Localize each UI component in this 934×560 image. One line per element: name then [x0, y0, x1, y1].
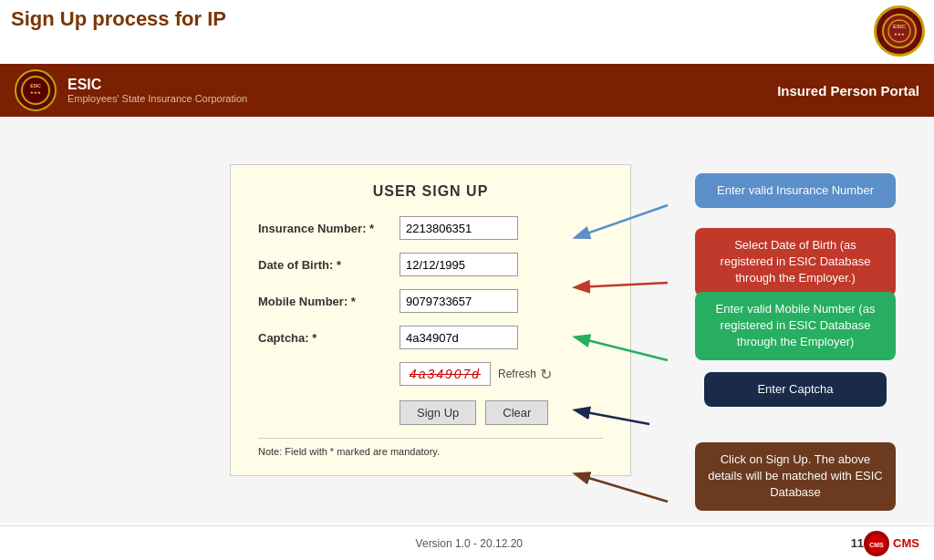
esic-header-logo: ESIC ★★★	[15, 69, 57, 111]
portal-title: Insured Person Portal	[777, 83, 919, 99]
org-name: ESIC	[67, 77, 247, 93]
dob-label: Date of Birth: *	[258, 258, 400, 272]
form-wrapper: USER SIGN UP Insurance Number: * Date of…	[266, 164, 668, 476]
svg-text:ESIC: ESIC	[30, 83, 41, 88]
top-logo: ESIC ★★★	[874, 5, 925, 57]
refresh-icon: ↻	[540, 366, 552, 383]
form-container: USER SIGN UP Insurance Number: * Date of…	[230, 164, 631, 476]
captcha-display-row: 4a34907d Refresh ↻	[258, 362, 603, 386]
refresh-label: Refresh	[498, 368, 536, 380]
button-row: Sign Up Clear	[400, 400, 603, 425]
refresh-button[interactable]: Refresh ↻	[498, 366, 552, 383]
mobile-number-input[interactable]	[400, 289, 518, 313]
org-subtitle: Employees' State Insurance Corporation	[67, 93, 247, 104]
esic-header: ESIC ★★★ ESIC Employees' State Insurance…	[0, 64, 934, 117]
callout-insurance: Enter valid Insurance Number	[695, 173, 896, 208]
footer: Version 1.0 - 20.12.20 11 CMS CMS	[0, 525, 934, 560]
captcha-label: Captcha: *	[258, 331, 400, 345]
cms-icon: CMS	[864, 531, 889, 556]
dob-input[interactable]	[400, 253, 518, 276]
svg-text:ESIC: ESIC	[893, 24, 907, 29]
cms-label: CMS	[893, 536, 919, 550]
svg-text:★★★: ★★★	[894, 32, 905, 36]
callout-signup: Click on Sign Up. The above details will…	[695, 442, 896, 511]
footer-page-number: 11	[851, 536, 864, 550]
dob-row: Date of Birth: *	[258, 253, 603, 276]
insurance-number-input[interactable]	[400, 216, 518, 240]
clear-button[interactable]: Clear	[485, 400, 548, 425]
captcha-input[interactable]	[400, 326, 518, 349]
cms-logo: CMS CMS	[864, 531, 919, 556]
esic-header-text: ESIC Employees' State Insurance Corporat…	[67, 77, 247, 104]
footer-version: Version 1.0 - 20.12.20	[416, 537, 523, 550]
signup-button[interactable]: Sign Up	[400, 400, 476, 425]
captcha-input-row: Captcha: *	[258, 326, 603, 349]
callout-mobile: Enter valid Mobile Number (as registered…	[695, 292, 896, 360]
insurance-number-row: Insurance Number: *	[258, 216, 603, 240]
svg-point-4	[22, 77, 49, 104]
main-area: USER SIGN UP Insurance Number: * Date of…	[0, 117, 934, 524]
svg-text:CMS: CMS	[869, 542, 884, 548]
mobile-number-label: Mobile Number: *	[258, 295, 400, 308]
mobile-number-row: Mobile Number: *	[258, 289, 603, 313]
form-title: USER SIGN UP	[258, 183, 603, 200]
callout-dob: Select Date of Birth (as registered in E…	[695, 228, 896, 296]
captcha-image: 4a34907d	[400, 362, 491, 386]
insurance-number-label: Insurance Number: *	[258, 222, 400, 235]
note-text: Note: Field with * marked are mandatory.	[258, 438, 603, 457]
svg-text:★★★: ★★★	[30, 90, 41, 95]
callout-captcha: Enter Captcha	[704, 372, 887, 407]
svg-line-11	[576, 474, 668, 502]
page-title: Sign Up process for IP	[11, 7, 226, 31]
